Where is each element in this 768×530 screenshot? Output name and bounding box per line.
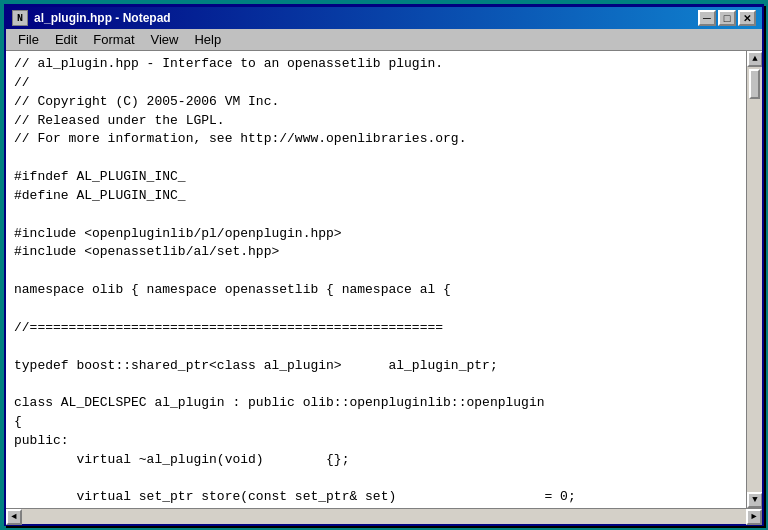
editor-area: // al_plugin.hpp - Interface to an opena… bbox=[6, 51, 762, 508]
scroll-left-button[interactable]: ◄ bbox=[6, 509, 22, 525]
scroll-track-v[interactable] bbox=[747, 67, 762, 492]
vertical-scrollbar[interactable]: ▲ ▼ bbox=[746, 51, 762, 508]
horizontal-scrollbar[interactable]: ◄ ► bbox=[6, 508, 762, 524]
menu-file[interactable]: File bbox=[10, 30, 47, 49]
main-window: N al_plugin.hpp - Notepad ─ □ ✕ File Edi… bbox=[4, 4, 764, 526]
code-editor[interactable]: // al_plugin.hpp - Interface to an opena… bbox=[6, 51, 746, 508]
title-bar: N al_plugin.hpp - Notepad ─ □ ✕ bbox=[6, 7, 762, 29]
scroll-right-button[interactable]: ► bbox=[746, 509, 762, 525]
window-title: al_plugin.hpp - Notepad bbox=[34, 11, 171, 25]
minimize-button[interactable]: ─ bbox=[698, 10, 716, 26]
menu-help[interactable]: Help bbox=[186, 30, 229, 49]
scroll-track-h[interactable] bbox=[22, 509, 746, 524]
app-icon: N bbox=[12, 10, 28, 26]
menu-bar: File Edit Format View Help bbox=[6, 29, 762, 51]
menu-edit[interactable]: Edit bbox=[47, 30, 85, 49]
title-bar-left: N al_plugin.hpp - Notepad bbox=[12, 10, 171, 26]
scroll-up-button[interactable]: ▲ bbox=[747, 51, 762, 67]
title-buttons: ─ □ ✕ bbox=[698, 10, 756, 26]
close-button[interactable]: ✕ bbox=[738, 10, 756, 26]
menu-format[interactable]: Format bbox=[85, 30, 142, 49]
menu-view[interactable]: View bbox=[143, 30, 187, 49]
scroll-thumb-v[interactable] bbox=[749, 69, 760, 99]
maximize-button[interactable]: □ bbox=[718, 10, 736, 26]
scroll-down-button[interactable]: ▼ bbox=[747, 492, 762, 508]
